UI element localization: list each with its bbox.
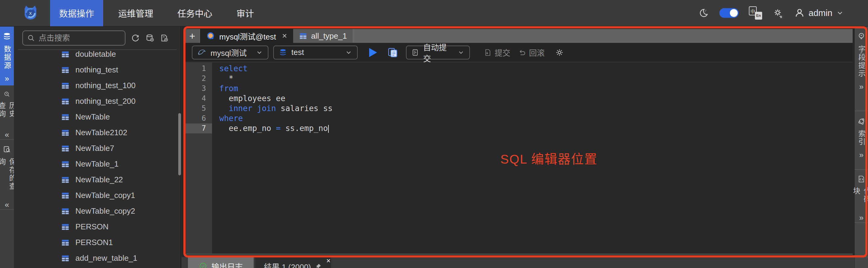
editor-line[interactable]: 3 from: [185, 84, 818, 94]
rail-section-index[interactable]: 索引 »: [855, 111, 868, 170]
rail-section-field-hint[interactable]: 字段提示 »: [855, 27, 868, 111]
table-name: NewTable: [75, 112, 110, 122]
rail-section-datasource[interactable]: 数据源 »: [0, 27, 14, 85]
table-name: PERSON1: [75, 238, 113, 247]
toggle-knob: [730, 9, 738, 17]
tab-label: mysql测试@test: [219, 30, 276, 42]
document-icon: [411, 49, 419, 56]
table-row[interactable]: NewTable_1: [14, 156, 177, 172]
dark-mode-moon-icon: [698, 7, 709, 19]
connection-select[interactable]: mysql测试: [192, 46, 269, 59]
table-row[interactable]: NewTable2102: [14, 125, 177, 140]
editor-line[interactable]: 1 select: [185, 64, 818, 73]
table-name: nothing_test_100: [75, 81, 136, 90]
table-name: NewTable_copy1: [75, 191, 135, 200]
close-icon[interactable]: ×: [326, 257, 331, 264]
line-code: ee.emp_no = ss.emp_no: [212, 123, 329, 133]
line-number: 6: [185, 114, 212, 123]
nav-item[interactable]: 数据操作: [50, 0, 103, 26]
divider: [185, 254, 852, 255]
rollback-button[interactable]: 回滚: [518, 47, 545, 58]
close-icon[interactable]: ×: [282, 31, 287, 41]
table-name: NewTable_copy2: [75, 206, 135, 216]
pin-icon[interactable]: [315, 262, 322, 268]
table-row[interactable]: NewTable_22: [14, 172, 177, 187]
table-row[interactable]: NewTable: [14, 109, 177, 125]
success-check-icon: [199, 262, 207, 268]
rail-label: 字段提示: [856, 45, 867, 78]
commit-mode-select[interactable]: 自动提交: [406, 46, 470, 59]
line-code: where: [212, 114, 243, 123]
output-log-tab[interactable]: 输出日志: [188, 257, 254, 268]
language-switch-icon[interactable]: 中 En: [749, 6, 762, 20]
table-row[interactable]: doubletable: [14, 50, 177, 62]
commit-button[interactable]: 提交: [484, 47, 510, 58]
index-icon: [857, 117, 866, 125]
editor-settings-gear-icon[interactable]: [554, 48, 565, 58]
expand-chevron-icon[interactable]: »: [859, 213, 864, 222]
expand-chevron-icon[interactable]: »: [859, 150, 864, 160]
add-file-icon[interactable]: [160, 33, 169, 42]
editor-tab-table[interactable]: all_type_1: [293, 29, 353, 43]
theme-toggle[interactable]: [719, 8, 739, 18]
expand-chevron-icon[interactable]: »: [5, 74, 9, 83]
rail-section-history-query[interactable]: 历史查询 «: [0, 85, 14, 140]
table-icon: [61, 207, 69, 215]
new-tab-button[interactable]: +: [185, 29, 200, 43]
table-row[interactable]: nothing_test_200: [14, 93, 177, 109]
add-datasource-icon[interactable]: [145, 33, 154, 42]
nav-item[interactable]: 任务中心: [168, 0, 221, 26]
results-tab-strip: 输出日志 结果 1 (2000) ×: [182, 257, 855, 268]
code-block-icon: [857, 175, 866, 183]
chevron-down-icon: [458, 49, 464, 56]
database-value: test: [291, 48, 304, 57]
refresh-icon[interactable]: [131, 33, 140, 42]
database-select[interactable]: test: [273, 46, 358, 59]
editor-line[interactable]: 7 ee.emp_no = ss.emp_no: [185, 123, 818, 133]
table-row[interactable]: nothing_test_100: [14, 78, 177, 93]
run-query-button[interactable]: [369, 48, 377, 57]
editor-line[interactable]: 2 *: [185, 73, 818, 84]
table-icon: [61, 160, 69, 168]
table-row[interactable]: nothing_test: [14, 62, 177, 78]
editor-line[interactable]: 5 inner join salaries ss: [185, 103, 818, 114]
table-icon: [61, 50, 69, 58]
nav-item[interactable]: 运维管理: [109, 0, 162, 26]
expand-chevron-icon[interactable]: »: [859, 82, 864, 91]
left-rail: 数据源 » 历史查询 « 保存的查询 «: [0, 27, 14, 268]
search-box[interactable]: [22, 30, 125, 46]
table-row[interactable]: PERSON1: [14, 235, 177, 250]
table-name: doubletable: [75, 50, 116, 59]
search-input[interactable]: [39, 33, 121, 43]
table-row[interactable]: add_new_table_1: [14, 250, 177, 266]
line-number: 3: [185, 84, 212, 94]
table-row[interactable]: NewTable7: [14, 140, 177, 156]
collapse-chevron-icon[interactable]: «: [5, 200, 9, 209]
nav-item[interactable]: 审计: [227, 0, 263, 26]
table-name: PERSON: [75, 222, 108, 232]
editor-tab-query[interactable]: mysql测试@test ×: [200, 29, 293, 43]
result-tab[interactable]: 结果 1 (2000) ×: [255, 257, 331, 268]
sidebar-scrollbar[interactable]: [178, 113, 181, 175]
user-menu[interactable]: admin: [794, 7, 844, 19]
user-icon: [794, 7, 805, 19]
table-row[interactable]: NewTable_copy1: [14, 187, 177, 203]
rail-section-saved-query[interactable]: 保存的查询 «: [0, 140, 14, 210]
tab-label: all_type_1: [311, 31, 347, 41]
database-icon: [279, 48, 287, 57]
table-icon: [61, 191, 69, 200]
collapse-chevron-icon[interactable]: «: [5, 130, 9, 140]
commit-label: 提交: [495, 47, 510, 58]
table-name: nothing_test: [75, 65, 118, 75]
editor-line[interactable]: 4 employees ee: [185, 94, 818, 103]
rail-section-code-block[interactable]: 代码块 »: [855, 170, 868, 223]
line-code: *: [212, 73, 234, 84]
table-row[interactable]: PERSON: [14, 219, 177, 235]
annotation-label: SQL 编辑器位置: [500, 149, 597, 167]
editor-line[interactable]: 6 where: [185, 114, 818, 123]
settings-gear-icon[interactable]: [772, 7, 784, 19]
rail-label: 数据源: [2, 45, 12, 70]
svg-text:x: x: [29, 10, 32, 16]
execute-script-icon[interactable]: [387, 47, 398, 58]
table-row[interactable]: NewTable_copy2: [14, 203, 177, 219]
